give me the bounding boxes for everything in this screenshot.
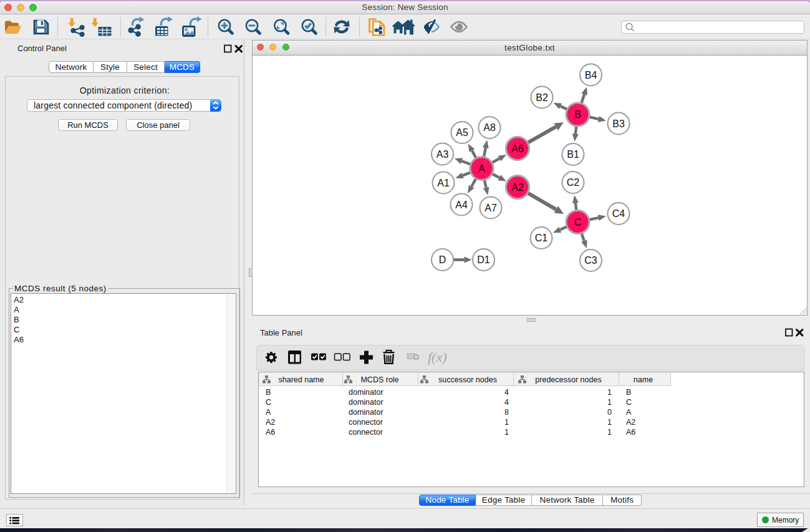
svg-text:8: 8 [504,408,509,417]
svg-text:A: A [478,163,485,174]
svg-text:dominator: dominator [349,408,383,417]
svg-text:dominator: dominator [349,388,383,397]
svg-text:connector: connector [349,418,383,427]
svg-text:A2: A2 [511,182,524,193]
svg-text:B2: B2 [536,92,548,103]
svg-text:A4: A4 [455,200,468,210]
svg-text:A6: A6 [266,428,275,437]
svg-text:1: 1 [607,398,612,407]
svg-text:D1: D1 [477,254,490,265]
svg-text:C: C [574,217,582,228]
svg-text:B: B [574,109,581,120]
svg-text:C1: C1 [535,233,548,243]
svg-text:1: 1 [607,418,612,427]
svg-text:C4: C4 [612,208,625,219]
svg-text:A3: A3 [436,149,449,160]
svg-text:name: name [634,375,653,384]
svg-text:A6: A6 [511,143,524,154]
svg-text:1: 1 [504,418,509,427]
svg-text:C: C [626,398,632,407]
svg-text:MCDS role: MCDS role [360,375,398,384]
svg-text:A7: A7 [485,203,497,213]
svg-text:dominator: dominator [349,398,383,407]
svg-text:A6: A6 [626,428,635,437]
svg-text:4: 4 [504,388,509,397]
svg-text:A: A [626,408,632,417]
svg-text:f(x): f(x) [428,349,447,365]
svg-text:connector: connector [349,428,383,437]
svg-text:A2: A2 [266,418,275,427]
svg-text:1: 1 [607,388,612,397]
svg-text:successor nodes: successor nodes [438,375,497,384]
svg-text:1: 1 [607,428,612,437]
svg-text:D: D [439,254,446,265]
svg-text:4: 4 [504,398,509,407]
svg-text:B: B [626,388,631,397]
svg-text:A: A [266,408,271,417]
svg-text:C: C [266,398,271,407]
svg-text:B: B [266,388,271,397]
svg-text:1: 1 [504,428,509,437]
svg-text:predecessor nodes: predecessor nodes [535,375,601,384]
svg-text:B3: B3 [612,118,625,129]
svg-text:A1: A1 [437,178,450,188]
svg-text:B1: B1 [567,149,579,160]
svg-text:A8: A8 [483,122,496,133]
svg-text:C3: C3 [584,255,597,266]
svg-text:shared name: shared name [279,375,324,384]
svg-text:A2: A2 [626,418,635,427]
svg-text:A5: A5 [456,127,468,138]
svg-text:0: 0 [607,408,612,417]
svg-text:B4: B4 [585,70,597,80]
svg-text:C2: C2 [567,177,580,188]
